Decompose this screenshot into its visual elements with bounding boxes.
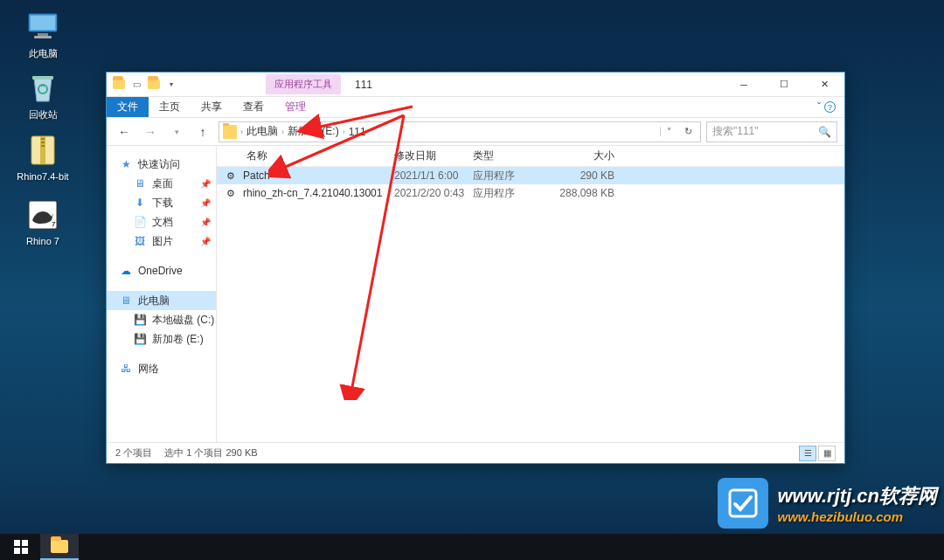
close-button[interactable]: ✕	[804, 73, 844, 97]
breadcrumb-item[interactable]: 111	[347, 126, 368, 138]
file-row[interactable]: ⚙ Patch 2021/1/1 6:00 应用程序 290 KB	[217, 167, 844, 184]
svg-rect-19	[14, 548, 20, 554]
view-icons-button[interactable]: ▦	[818, 446, 836, 461]
file-date: 2021/1/1 6:00	[394, 169, 473, 182]
forward-button[interactable]: →	[140, 121, 161, 142]
breadcrumb-item[interactable]: 新加卷 (E:)	[286, 124, 341, 139]
file-date: 2021/2/20 0:43	[394, 187, 473, 199]
breadcrumb-item[interactable]: 此电脑	[245, 124, 280, 139]
svg-rect-10	[41, 145, 45, 147]
column-name[interactable]: 名称	[224, 149, 394, 163]
ribbon-tab-view[interactable]: 查看	[233, 97, 274, 117]
drive-icon: 💾	[133, 313, 147, 327]
file-name: rhino_zh-cn_7.4.21040.13001	[243, 187, 394, 199]
nav-downloads[interactable]: ⬇下载📌	[107, 193, 216, 212]
refresh-icon[interactable]: ↻	[679, 126, 697, 137]
svg-text:7: 7	[52, 220, 56, 228]
network-icon: 🖧	[119, 362, 133, 376]
desktop-icon-label: Rhino7.4-bit	[17, 171, 68, 182]
pin-icon: 📌	[200, 218, 211, 227]
properties-icon[interactable]: ▭	[129, 78, 143, 92]
watermark: www.rjtj.cn软荐网 www.hezibuluo.com	[718, 478, 937, 529]
recent-locations-button[interactable]: ▾	[166, 121, 187, 142]
ribbon-tab-file[interactable]: 文件	[107, 97, 149, 117]
nav-this-pc[interactable]: 🖥此电脑	[107, 291, 216, 310]
column-size[interactable]: 大小	[552, 149, 630, 163]
nav-network[interactable]: 🖧网络	[107, 359, 216, 378]
pc-icon: 🖥	[119, 294, 133, 308]
desktop-icon-rhino74bit[interactable]: Rhino7.4-bit	[10, 133, 75, 182]
nav-onedrive[interactable]: ☁OneDrive	[107, 261, 216, 280]
explorer-window: ▭ ▾ 应用程序工具 111 ─ ☐ ✕ 文件 主页 共享 查看 管理 ˇ ? …	[106, 72, 845, 464]
svg-rect-20	[22, 548, 28, 554]
pin-icon: 📌	[200, 179, 211, 189]
desktop-icon-label: Rhino 7	[26, 236, 59, 246]
drive-icon: 💾	[133, 332, 147, 346]
nav-desktop[interactable]: 🖥桌面📌	[107, 174, 216, 193]
ribbon-tab-manage[interactable]: 管理	[274, 97, 316, 117]
svg-rect-1	[31, 16, 55, 30]
nav-documents[interactable]: 📄文档📌	[107, 212, 216, 232]
svg-rect-9	[41, 142, 45, 143]
back-button[interactable]: ←	[114, 121, 135, 142]
nav-drive-e[interactable]: 💾新加卷 (E:)	[107, 329, 216, 349]
qat-folder-icon[interactable]	[147, 78, 161, 92]
svg-rect-3	[34, 36, 52, 38]
qat-dropdown-icon[interactable]: ▾	[164, 78, 178, 92]
breadcrumb-dropdown-icon[interactable]: ˅	[660, 127, 677, 136]
ribbon-tab-home[interactable]: 主页	[149, 97, 191, 117]
desktop-icon-rhino7[interactable]: 7 Rhino 7	[10, 197, 75, 246]
minimize-button[interactable]: ─	[724, 73, 764, 97]
zip-icon	[25, 133, 60, 168]
nav-pictures[interactable]: 🖼图片📌	[107, 232, 216, 251]
chevron-right-icon[interactable]: ›	[281, 128, 284, 136]
cloud-icon: ☁	[119, 264, 133, 278]
file-size: 290 KB	[552, 169, 630, 182]
title-bar[interactable]: ▭ ▾ 应用程序工具 111 ─ ☐ ✕	[107, 73, 844, 97]
status-selected: 选中 1 个项目 290 KB	[164, 446, 257, 460]
search-input[interactable]: 搜索"111" 🔍	[706, 121, 837, 142]
column-type[interactable]: 类型	[473, 149, 552, 163]
taskbar-explorer[interactable]	[40, 534, 79, 560]
status-bar: 2 个项目 选中 1 个项目 290 KB ☰ ▦	[107, 442, 844, 463]
document-icon: 📄	[133, 215, 147, 229]
chevron-right-icon[interactable]: ›	[343, 128, 345, 136]
exe-icon: ⚙	[224, 186, 238, 200]
rhino-icon: 7	[25, 197, 60, 232]
desktop-icon-this-pc[interactable]: 此电脑	[10, 9, 75, 60]
window-title: 111	[355, 79, 372, 91]
pin-icon: 📌	[200, 237, 211, 246]
up-button[interactable]: ↑	[192, 121, 213, 142]
watermark-bottom: www.hezibuluo.com	[777, 509, 903, 524]
pin-icon: 📌	[200, 198, 211, 208]
svg-rect-4	[32, 76, 53, 80]
svg-rect-7	[40, 136, 45, 164]
file-name: Patch	[243, 169, 394, 182]
ribbon-tab-share[interactable]: 共享	[191, 97, 233, 117]
view-details-button[interactable]: ☰	[799, 446, 816, 461]
start-button[interactable]	[2, 534, 40, 560]
file-row[interactable]: ⚙ rhino_zh-cn_7.4.21040.13001 2021/2/20 …	[217, 184, 844, 202]
desktop-icon-recycle-bin[interactable]: 回收站	[10, 70, 75, 121]
desktop-icon: 🖥	[133, 176, 147, 190]
ribbon-expand-icon[interactable]: ˇ ?	[809, 97, 844, 117]
chevron-right-icon[interactable]: ›	[240, 128, 243, 136]
nav-quick-access[interactable]: ★快速访问	[107, 155, 216, 174]
watermark-badge-icon	[718, 478, 768, 529]
nav-bar: ← → ▾ ↑ › 此电脑 › 新加卷 (E:) › 111 ˅ ↻ 搜索"11…	[107, 118, 844, 146]
file-type: 应用程序	[473, 186, 552, 201]
pc-icon	[25, 9, 60, 44]
maximize-button[interactable]: ☐	[764, 73, 804, 97]
context-tab-label: 应用程序工具	[266, 74, 341, 94]
svg-rect-17	[14, 540, 20, 546]
ribbon-tabs: 文件 主页 共享 查看 管理 ˇ ?	[107, 97, 844, 118]
svg-rect-8	[41, 138, 45, 140]
nav-drive-c[interactable]: 💾本地磁盘 (C:)	[107, 310, 216, 329]
picture-icon: 🖼	[133, 234, 147, 248]
folder-icon	[112, 78, 126, 92]
file-list: 名称 修改日期 类型 大小 ⚙ Patch 2021/1/1 6:00 应用程序…	[217, 146, 844, 442]
svg-rect-18	[22, 540, 28, 546]
breadcrumb[interactable]: › 此电脑 › 新加卷 (E:) › 111 ˅ ↻	[219, 121, 701, 142]
column-date[interactable]: 修改日期	[394, 149, 473, 163]
search-icon[interactable]: 🔍	[818, 126, 831, 138]
